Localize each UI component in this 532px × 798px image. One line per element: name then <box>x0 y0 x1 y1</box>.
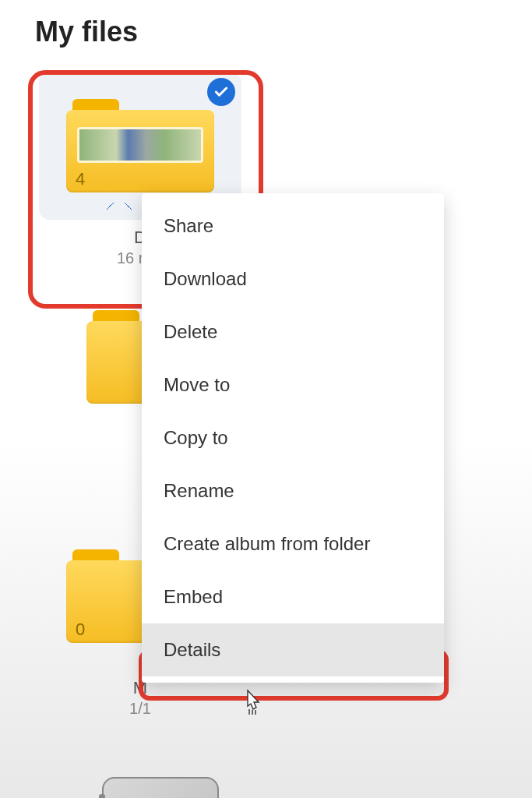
menu-rename[interactable]: Rename <box>142 464 444 517</box>
menu-share[interactable]: Share <box>142 200 444 252</box>
vault-item[interactable]: Vault 21 <box>51 761 270 798</box>
vault-icon <box>102 777 219 798</box>
loading-icon: ⟋ ⟍ <box>103 198 135 214</box>
vault-thumb <box>59 761 262 798</box>
folder-icon: 4 <box>66 99 214 192</box>
menu-embed[interactable]: Embed <box>142 570 444 623</box>
context-menu: Share Download Delete Move to Copy to Re… <box>142 193 444 683</box>
menu-delete[interactable]: Delete <box>142 305 444 358</box>
page-title: My files <box>0 0 532 48</box>
menu-create-album[interactable]: Create album from folder <box>142 517 444 570</box>
menu-download[interactable]: Download <box>142 252 444 305</box>
folder-preview-image <box>77 127 203 163</box>
folder-count: 0 <box>76 620 85 640</box>
folder-count: 4 <box>76 169 85 189</box>
item-subtitle: 1/1 <box>129 700 151 718</box>
menu-move-to[interactable]: Move to <box>142 358 444 411</box>
menu-details[interactable]: Details <box>142 623 444 676</box>
menu-copy-to[interactable]: Copy to <box>142 411 444 464</box>
